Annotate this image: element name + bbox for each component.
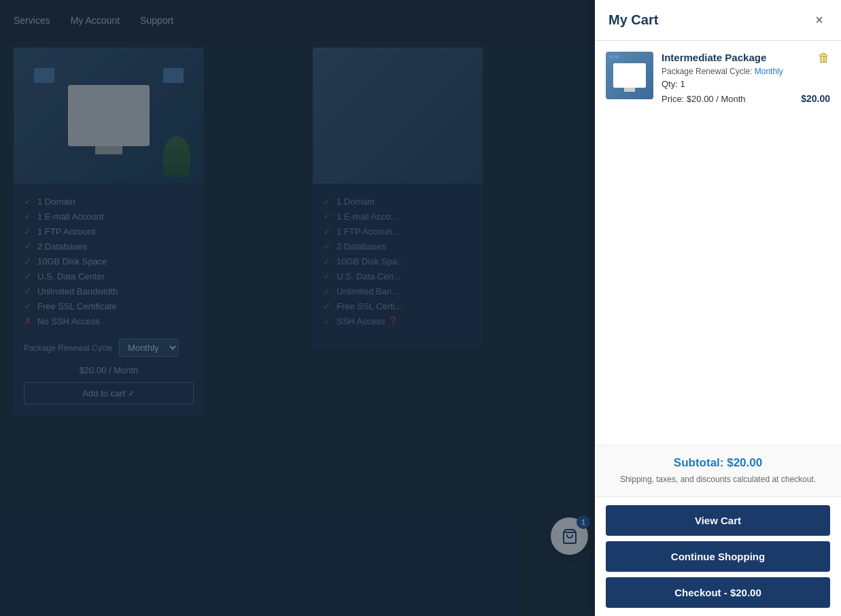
item-cycle-label: Package Renewal Cycle: [662,67,752,76]
thumb-dot-1 [609,55,613,58]
item-price-value: $20.00 [801,93,830,104]
cart-subtotal: Subtotal: $20.00 Shipping, taxes, and di… [595,445,841,497]
cart-header: My Cart × [595,0,841,41]
item-qty-label: Qty: [662,79,678,89]
item-quantity: Qty: 1 [662,79,830,89]
thumb-dot-2 [615,55,619,58]
item-cycle-value: Monthly [755,67,783,76]
subtotal-amount: Subtotal: $20.00 [608,456,827,470]
item-thumbnail [606,52,653,99]
item-header: Intermediate Package 🗑 [662,52,830,64]
cart-actions: View Cart Continue Shopping Checkout - $… [595,497,841,616]
item-renewal-cycle: Package Renewal Cycle: Monthly [662,67,830,76]
thumb-decoration [609,55,619,58]
view-cart-button[interactable]: View Cart [606,505,830,536]
checkout-button[interactable]: Checkout - $20.00 [606,577,830,608]
cart-close-button[interactable]: × [811,11,827,29]
item-qty-value: 1 [680,79,685,89]
cart-item: Intermediate Package 🗑 Package Renewal C… [606,52,830,104]
cart-title: My Cart [608,12,658,28]
thumb-monitor-icon [613,63,646,88]
subtotal-note: Shipping, taxes, and discounts calculate… [608,474,827,485]
overlay [0,0,595,616]
item-details: Intermediate Package 🗑 Package Renewal C… [662,52,830,104]
item-price-row: Price: $20.00 / Month $20.00 [662,93,830,104]
item-price-label: Price: $20.00 / Month [662,94,746,104]
cart-panel: My Cart × Intermediate Package 🗑 Packa [595,0,841,616]
continue-shopping-button[interactable]: Continue Shopping [606,541,830,572]
item-name: Intermediate Package [662,52,766,63]
item-delete-button[interactable]: 🗑 [818,52,830,64]
cart-items-list: Intermediate Package 🗑 Package Renewal C… [595,41,841,445]
